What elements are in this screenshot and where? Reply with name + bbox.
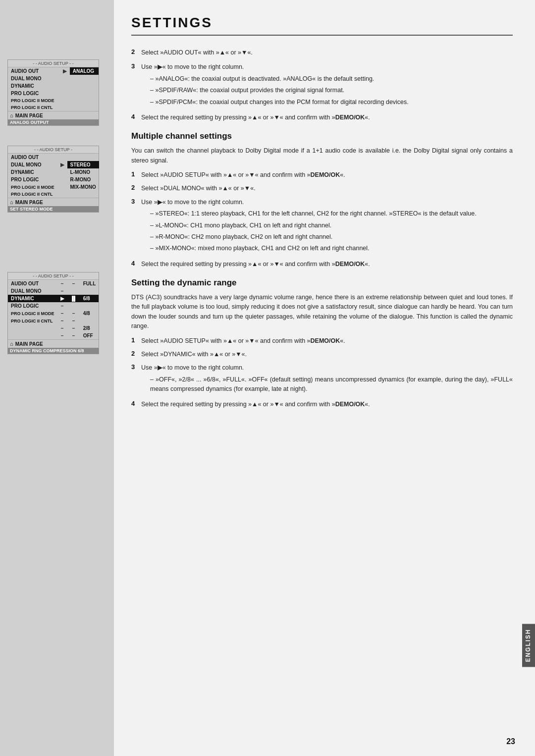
bottom-label-1: ANALOG OUTPUT [8,119,99,125]
step-text: Select »DYNAMIC« with »▲« or »▼«. [141,350,513,359]
menu-arrow [60,90,70,97]
menu-value [70,82,99,90]
step-text: Select the required setting by pressing … [141,260,513,269]
menu-dash [67,302,80,310]
dr-step-3: 3 Use »▶« to move to the right column. –… [131,363,513,396]
menu-item-label: DUAL MONO [8,161,57,168]
step-text: Select »DUAL MONO« with »▲« or »▼«. [141,184,513,193]
english-label: ENGLISH [525,629,532,662]
menu-item-label: DUAL MONO [8,75,60,82]
footer-label-1: MAIN PAGE [15,113,43,118]
table-row: PRO LOGIC II CNTL [8,191,99,198]
menu-box-footer-1: ⌂ MAIN PAGE [8,111,99,119]
menu-item-label: PRO LOGIC II MODE [8,183,57,191]
menu-dash: – [67,332,80,339]
step-text: Select »AUDIO SETUP« with »▲« or »▼« and… [141,170,513,180]
menu-value [70,75,99,82]
mc-step-2: 2 Select »DUAL MONO« with »▲« or »▼«. [131,184,513,193]
menu-slider: ▐▌ [67,295,80,302]
menu-arrow [57,154,67,161]
table-row: AUDIO OUT – – FULL [8,280,99,287]
menu-value: ANALOG [70,67,99,75]
table-row: DUAL MONO [8,75,99,82]
table-row: PRO LOGIC II MODE MIX-MONO [8,183,99,191]
menu-table-1: AUDIO OUT ▶ ANALOG DUAL MONO DYNAMIC PRO… [8,67,99,111]
bullet-item: – »MIX-MONO«: mixed mono playback, CH1 a… [150,244,513,253]
step-number: 3 [131,198,141,205]
menu-item-label: PRO LOGIC II MODE [8,310,57,317]
menu-arrow [60,75,70,82]
sub-bullets: – »OFF«, »2/8« ... »6/8«, »FULL«. »OFF« … [150,375,513,394]
menu-arrow [57,168,67,176]
table-row: DYNAMIC L-MONO [8,168,99,176]
bullet-item: – »SPDIF/PCM«: the coaxial output change… [150,98,513,107]
menu-value: 2/8 [80,324,99,332]
step-text: Select »AUDIO SETUP« with »▲« or »▼« and… [141,336,513,346]
menu-item-label: PRO LOGIC II CNTL [8,104,60,111]
menu-arrow: – [57,287,67,295]
step-text: Select the required setting by pressing … [141,400,513,409]
menu-box-3-title: - - AUDIO SETUP - - [8,272,99,280]
menu-arrow [60,104,70,111]
menu-value [80,287,99,295]
bottom-label-3: DYNAMIC RNG COMPRESSION 6/8 [8,348,99,354]
table-row: DUAL MONO – [8,287,99,295]
menu-box-audio-output: - - AUDIO SETUP - - AUDIO OUT ▶ ANALOG D… [7,59,99,126]
menu-box-1-title: - - AUDIO SETUP - - [8,60,99,67]
step-number: 3 [131,363,141,371]
step-number: 3 [131,62,141,70]
menu-item-label: AUDIO OUT [8,280,57,287]
table-row: PRO LOGIC II MODE [8,97,99,104]
table-row: PRO LOGIC – [8,302,99,310]
step-text: Select the required setting by pressing … [141,113,513,122]
step-text: Use »▶« to move to the right column. [141,63,244,70]
mc-step-4: 4 Select the required setting by pressin… [131,260,513,269]
menu-arrow [57,176,67,183]
step-4-audio-out: 4 Select the required setting by pressin… [131,113,513,122]
menu-item-label: DYNAMIC [8,82,60,90]
table-row: – – 2/8 [8,324,99,332]
menu-item-label: PRO LOGIC II CNTL [8,317,57,324]
menu-table-2: AUDIO OUT DUAL MONO ▶ STEREO DYNAMIC L-M… [8,154,99,198]
menu-item-label: PRO LOGIC [8,176,57,183]
menu-item-label [8,332,57,339]
table-row: AUDIO OUT [8,154,99,161]
menu-arrow [57,191,67,198]
menu-arrow [60,97,70,104]
menu-item-label: PRO LOGIC II CNTL [8,191,57,198]
step-number: 2 [131,184,141,191]
home-icon-2: ⌂ [10,199,13,205]
bullet-item: – »ANALOG«: the coaxial output is deacti… [150,74,513,84]
menu-value: OFF [80,332,99,339]
table-row: PRO LOGIC II MODE – – 4/8 [8,310,99,317]
mc-step-1: 1 Select »AUDIO SETUP« with »▲« or »▼« a… [131,170,513,180]
step-text: Use »▶« to move to the right column. [141,199,244,206]
step-number: 1 [131,170,141,178]
bottom-label-2: SET STEREO MODE [8,206,99,212]
step-number: 2 [131,350,141,357]
menu-value: L-MONO [67,168,99,176]
page-container: - - AUDIO SETUP - - AUDIO OUT ▶ ANALOG D… [0,0,535,756]
table-row: DUAL MONO ▶ STEREO [8,161,99,168]
sub-bullets: – »STEREO«: 1:1 stereo playback, CH1 for… [150,209,513,254]
multi-channel-intro: You can switch the channel playback to D… [131,146,513,165]
menu-dash: – [67,324,80,332]
mc-step-3: 3 Use »▶« to move to the right column. –… [131,198,513,256]
sub-bullets: – »ANALOG«: the coaxial output is deacti… [150,74,513,107]
table-row: DYNAMIC ▶ ▐▌ 6/8 [8,295,99,302]
menu-arrow: – [57,302,67,310]
table-row: PRO LOGIC R-MONO [8,176,99,183]
dr-step-1: 1 Select »AUDIO SETUP« with »▲« or »▼« a… [131,336,513,346]
bullet-item: – »OFF«, »2/8« ... »6/8«, »FULL«. »OFF« … [150,375,513,394]
table-row: PRO LOGIC II CNTL [8,104,99,111]
step-2-audio-out: 2 Select »AUDIO OUT« with »▲« or »▼«. [131,48,513,57]
menu-arrow: – [57,332,67,339]
menu-item-label: PRO LOGIC [8,90,60,97]
main-content: SETTINGS 2 Select »AUDIO OUT« with »▲« o… [114,0,535,756]
menu-box-2-title: - - AUDIO SETUP - [8,146,99,154]
menu-value: STEREO [67,161,99,168]
table-row: DYNAMIC [8,82,99,90]
step-text: Use »▶« to move to the right column. [141,364,244,371]
table-row: AUDIO OUT ▶ ANALOG [8,67,99,75]
dr-step-4: 4 Select the required setting by pressin… [131,400,513,409]
